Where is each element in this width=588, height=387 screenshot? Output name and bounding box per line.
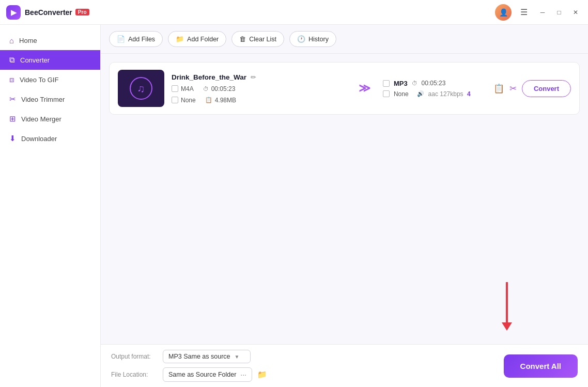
- file-card: ♫ Drink_Before_the_War ✏ M4A ⏱: [109, 62, 580, 115]
- output-subtitle-checkbox[interactable]: [383, 90, 390, 97]
- convert-button[interactable]: Convert: [522, 80, 571, 97]
- convert-arrow-section: ≫: [353, 82, 376, 95]
- file-name: Drink_Before_the_War: [172, 73, 246, 81]
- source-meta-row: M4A ⏱ 00:05:23: [172, 85, 346, 92]
- source-duration: 00:05:23: [211, 85, 236, 92]
- converter-icon: ⧉: [9, 55, 15, 65]
- history-icon: 🕐: [297, 35, 305, 43]
- output-subtitle: None: [394, 90, 409, 98]
- add-files-icon: 📄: [117, 35, 125, 43]
- source-duration-item: ⏱ 00:05:23: [203, 85, 236, 92]
- convert-all-button[interactable]: Convert All: [504, 354, 578, 378]
- sidebar-item-video-to-gif[interactable]: ⧈ Video To GIF: [0, 70, 100, 89]
- convert-arrow-icon: ≫: [359, 82, 370, 95]
- sidebar-label-merger: Video Merger: [21, 115, 61, 123]
- add-folder-button[interactable]: 📁 Add Folder: [168, 31, 226, 47]
- user-avatar[interactable]: 👤: [495, 4, 512, 21]
- sidebar-item-downloader[interactable]: ⬇ Downloader: [0, 129, 100, 148]
- sidebar-label-trimmer: Video Trimmer: [21, 96, 65, 103]
- card-cut-icon[interactable]: ✂: [509, 83, 517, 94]
- output-format-row: MP3 ⏱ 00:05:23: [383, 80, 486, 87]
- source-subtitle: None: [181, 97, 196, 104]
- sidebar-label-home: Home: [19, 37, 37, 44]
- file-list-area: ♫ Drink_Before_the_War ✏ M4A ⏱: [101, 54, 588, 344]
- clear-list-label: Clear List: [249, 36, 276, 43]
- edit-icon[interactable]: ✏: [251, 73, 256, 81]
- format-select[interactable]: MP3 Same as source ▼: [163, 350, 251, 363]
- file-location-value: Same as Source Folder: [168, 371, 236, 378]
- source-subtitle-item: None: [172, 97, 196, 104]
- sidebar-label-converter: Converter: [20, 56, 50, 64]
- add-files-button[interactable]: 📄 Add Files: [109, 31, 163, 47]
- file-thumbnail: ♫: [118, 70, 164, 107]
- history-label: History: [308, 36, 329, 43]
- sidebar-label-downloader: Downloader: [21, 135, 57, 143]
- bottom-left: Output format: MP3 Same as source ▼ File…: [111, 350, 267, 382]
- audio-icon: 🔊: [417, 90, 424, 97]
- browse-folder-button[interactable]: 📁: [257, 370, 267, 379]
- gif-icon: ⧈: [9, 75, 14, 84]
- source-format: M4A: [181, 85, 194, 92]
- file-thumb-icon: ♫: [130, 77, 152, 100]
- output-section: MP3 ⏱ 00:05:23 None 🔊 aac 127kbps 4: [383, 80, 486, 98]
- bottom-bar: Output format: MP3 Same as source ▼ File…: [101, 344, 588, 387]
- source-size: 4.98MB: [215, 97, 236, 104]
- source-meta-row2: None 📋 4.98MB: [172, 97, 346, 104]
- main-content: 📄 Add Files 📁 Add Folder 🗑 Clear List 🕐 …: [101, 25, 588, 387]
- file-location-row: File Location: Same as Source Folder ···…: [111, 367, 267, 382]
- duration-icon: ⏱: [203, 86, 209, 92]
- card-actions: 📋 ✂ Convert: [493, 80, 571, 97]
- maximize-button[interactable]: □: [553, 6, 565, 19]
- output-format-checkbox[interactable]: [383, 80, 390, 87]
- format-select-value: MP3 Same as source: [168, 353, 230, 360]
- sidebar-item-converter[interactable]: ⧉ Converter: [0, 50, 100, 70]
- titlebar-actions: 👤 ☰ ─ □ ✕: [495, 4, 582, 21]
- source-subtitle-checkbox[interactable]: [172, 97, 178, 103]
- source-format-checkbox[interactable]: [172, 85, 178, 92]
- output-quality: aac 127kbps 4: [428, 90, 471, 98]
- output-format-row: Output format: MP3 Same as source ▼: [111, 350, 267, 363]
- app-body: ⌂ Home ⧉ Converter ⧈ Video To GIF ✂ Vide…: [0, 25, 588, 387]
- sidebar-item-video-merger[interactable]: ⊞ Video Merger: [0, 109, 100, 129]
- titlebar: ▶ BeeConverter Pro 👤 ☰ ─ □ ✕: [0, 0, 588, 25]
- sidebar: ⌂ Home ⧉ Converter ⧈ Video To GIF ✂ Vide…: [0, 25, 101, 387]
- output-format: MP3: [394, 80, 408, 87]
- sidebar-item-video-trimmer[interactable]: ✂ Video Trimmer: [0, 89, 100, 109]
- more-options-icon[interactable]: ···: [240, 370, 246, 379]
- menu-button[interactable]: ☰: [516, 4, 532, 21]
- output-subtitle-row: None 🔊 aac 127kbps 4: [383, 90, 486, 98]
- card-edit-icon[interactable]: 📋: [493, 83, 504, 94]
- bottom-container: Output format: MP3 Same as source ▼ File…: [101, 344, 588, 387]
- file-location-label: File Location:: [111, 371, 158, 378]
- home-icon: ⌂: [9, 36, 14, 45]
- merger-icon: ⊞: [9, 114, 16, 123]
- minimize-button[interactable]: ─: [536, 6, 549, 19]
- source-format-item: M4A: [172, 85, 194, 92]
- history-button[interactable]: 🕐 History: [289, 31, 336, 47]
- sidebar-label-gif: Video To GIF: [20, 76, 58, 84]
- toolbar: 📄 Add Files 📁 Add Folder 🗑 Clear List 🕐 …: [101, 25, 588, 54]
- add-files-label: Add Files: [128, 36, 155, 43]
- sidebar-item-home[interactable]: ⌂ Home: [0, 31, 100, 50]
- pro-badge: Pro: [75, 9, 89, 16]
- app-logo: ▶: [6, 5, 21, 20]
- size-icon: 📋: [205, 97, 212, 103]
- add-folder-icon: 📁: [176, 35, 184, 43]
- file-location-input: Same as Source Folder ···: [163, 367, 252, 382]
- clear-list-button[interactable]: 🗑 Clear List: [231, 31, 284, 47]
- source-size-item: 📋 4.98MB: [205, 97, 236, 104]
- add-folder-label: Add Folder: [187, 36, 219, 43]
- file-info: Drink_Before_the_War ✏ M4A ⏱ 00:05:23: [172, 73, 346, 104]
- output-duration: 00:05:23: [422, 80, 446, 87]
- output-duration-icon: ⏱: [412, 80, 417, 86]
- downloader-icon: ⬇: [9, 134, 16, 143]
- app-name: BeeConverter: [25, 8, 72, 17]
- output-format-label: Output format:: [111, 353, 158, 360]
- trimmer-icon: ✂: [9, 95, 16, 104]
- clear-list-icon: 🗑: [239, 35, 246, 43]
- close-button[interactable]: ✕: [569, 6, 582, 19]
- file-name-row: Drink_Before_the_War ✏: [172, 73, 346, 81]
- chevron-down-icon: ▼: [235, 354, 240, 360]
